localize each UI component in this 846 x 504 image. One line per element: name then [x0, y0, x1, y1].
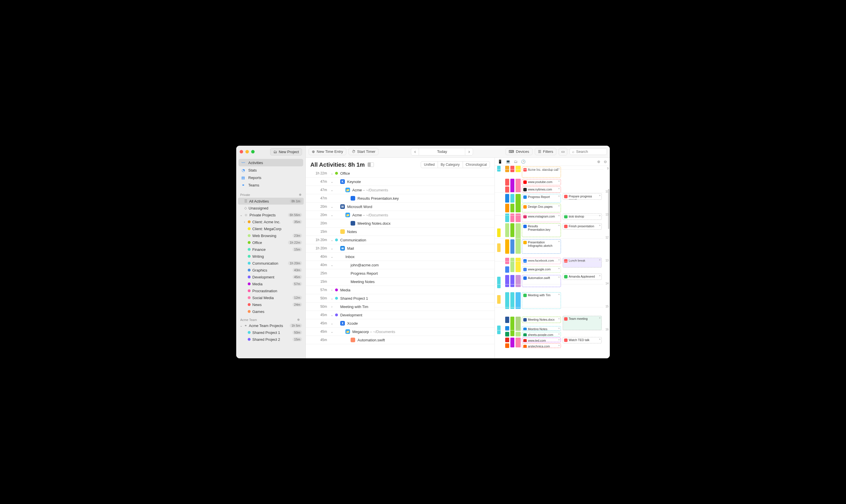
card-add-icon[interactable]: +: [599, 214, 600, 217]
sidebar-item[interactable]: Games: [238, 308, 304, 315]
filters-button[interactable]: ☰Filters: [535, 148, 556, 155]
seg-unified[interactable]: Unified: [421, 161, 437, 168]
timeline-bar[interactable]: [510, 292, 515, 309]
card-add-icon[interactable]: +: [558, 344, 560, 347]
timeline-bar[interactable]: [505, 179, 509, 186]
search-field[interactable]: ⌕: [570, 148, 607, 155]
timeline-bar[interactable]: [516, 179, 521, 193]
timeline-bar[interactable]: [505, 338, 509, 342]
card-add-icon[interactable]: +: [599, 224, 600, 227]
close-icon[interactable]: [240, 150, 243, 154]
timeline-card[interactable]: www.google.com+: [522, 266, 561, 273]
timeline-bar[interactable]: [516, 275, 521, 287]
prev-day-button[interactable]: ‹: [411, 148, 419, 156]
card-add-icon[interactable]: +: [558, 187, 560, 190]
activity-row[interactable]: 45m ⌄ 📁Megacorp – ~/Documents: [306, 328, 494, 336]
card-add-icon[interactable]: +: [558, 267, 560, 270]
timeline-bar[interactable]: [510, 275, 515, 287]
expand-icon[interactable]: ⌄: [329, 313, 335, 317]
activity-row[interactable]: 1h 20m ⌄ ✉Mail: [306, 244, 494, 253]
expand-icon[interactable]: ⌄: [329, 180, 335, 183]
seg-category[interactable]: By Category: [438, 161, 463, 168]
card-add-icon[interactable]: +: [558, 167, 560, 170]
timeline-bar[interactable]: [505, 204, 509, 212]
timeline-bar[interactable]: [505, 332, 509, 337]
timeline-bar[interactable]: [505, 317, 509, 323]
minimize-icon[interactable]: [246, 150, 249, 154]
timeline-bar[interactable]: [510, 204, 515, 212]
timeline-card[interactable]: Automation.swift+: [522, 275, 561, 287]
expand-icon[interactable]: ⌄: [329, 247, 335, 250]
activity-row[interactable]: 47m ⌄ KKeynote: [306, 178, 494, 186]
activity-row[interactable]: 50m ⌄ Shared Project 1: [306, 294, 494, 303]
card-add-icon[interactable]: +: [558, 293, 560, 296]
timeline-bar[interactable]: [510, 338, 515, 347]
timeline-card[interactable]: Design Doc.pages+: [522, 204, 561, 212]
card-add-icon[interactable]: +: [558, 317, 560, 320]
timeline-bar[interactable]: [505, 258, 509, 264]
nav-teams[interactable]: ⚭Teams: [238, 181, 303, 189]
sidebar-item[interactable]: Finance 15m: [238, 246, 304, 253]
timeline-bar[interactable]: [497, 229, 501, 237]
timeline-card[interactable]: www.instagram.com+: [522, 214, 561, 222]
activity-row[interactable]: 25m Progress Report: [306, 269, 494, 277]
activity-list[interactable]: 1h 22m ⌄ Office47m ⌄ KKeynote47m ⌄ 📁Acme…: [306, 169, 494, 358]
activity-row[interactable]: 45m Automation.swift: [306, 336, 494, 344]
sidebar-item[interactable]: Development 45m: [238, 273, 304, 281]
expand-icon[interactable]: ⌄: [329, 322, 335, 325]
timeline-card[interactable]: Progress Report+: [522, 194, 561, 202]
activity-row[interactable]: 15m Notes: [306, 228, 494, 236]
activity-row[interactable]: 1h 22m ⌄ Office: [306, 169, 494, 178]
activity-row[interactable]: 1h 20m ⌄ Communication: [306, 236, 494, 244]
card-add-icon[interactable]: +: [599, 194, 600, 197]
expand-icon[interactable]: ⌄: [329, 205, 335, 208]
sidebar-item[interactable]: Client: MegaCorp: [238, 225, 304, 232]
activity-row[interactable]: 45m ⌄ Development: [306, 311, 494, 319]
timeline-bar[interactable]: [510, 179, 515, 193]
expand-icon[interactable]: ⌄: [329, 297, 335, 300]
activity-row[interactable]: 45m ⌄ XXcode: [306, 319, 494, 328]
nav-stats[interactable]: ◔Stats: [238, 166, 303, 174]
add-icon[interactable]: ⊕: [297, 318, 300, 322]
sidebar-item[interactable]: Office 1h 22m: [238, 239, 304, 246]
sidebar-item[interactable]: Graphics 43m: [238, 267, 304, 273]
sidebar-unassigned[interactable]: ◇ Unassigned: [238, 204, 304, 212]
timeline-event-card[interactable]: Watch TED talk+: [563, 337, 602, 343]
timeline-bar[interactable]: [510, 239, 515, 254]
timeline-card[interactable]: arstechnica.com+: [522, 343, 561, 348]
expand-icon[interactable]: ›: [329, 288, 335, 292]
expand-icon[interactable]: ›: [329, 305, 335, 308]
activity-row[interactable]: 20m ⌄ 📁Acme – ~/Documents: [306, 211, 494, 219]
folder-icon[interactable]: 🗂: [514, 160, 518, 164]
timeline-bar[interactable]: [510, 194, 515, 202]
timeline-bar[interactable]: [505, 214, 509, 222]
expand-icon[interactable]: ⌄: [329, 238, 335, 242]
timeline-event-card[interactable]: Bob Bishop+: [563, 214, 602, 220]
timeline-bar[interactable]: [505, 343, 509, 348]
expand-icon[interactable]: ⌄: [329, 214, 335, 217]
timeline-bar[interactable]: [505, 166, 509, 172]
sidebar-item[interactable]: › Client: Acme Inc. 35m: [238, 218, 304, 225]
card-add-icon[interactable]: +: [558, 214, 560, 217]
activity-row[interactable]: 57m › Media: [306, 286, 494, 294]
timeline-bar[interactable]: [516, 292, 521, 309]
timeline-card[interactable]: www.nytimes.com+: [522, 186, 561, 193]
devices-button[interactable]: ⌨Devices: [505, 148, 532, 155]
sidebar-shared-2[interactable]: Shared Project 2 15m: [238, 336, 304, 343]
card-add-icon[interactable]: +: [558, 195, 560, 198]
timeline-card[interactable]: Presentation Infographic.sketch+: [522, 239, 561, 254]
activity-row[interactable]: 47m Results Presentation.key: [306, 194, 494, 202]
expand-icon[interactable]: ⌄: [329, 172, 335, 175]
card-add-icon[interactable]: +: [599, 317, 600, 320]
timeline-bar[interactable]: [516, 166, 521, 172]
phone-icon[interactable]: 📱: [498, 160, 502, 164]
new-project-button[interactable]: 🗂 New Project: [270, 148, 302, 156]
timeline-card[interactable]: Meeting Notes.docx+: [522, 317, 561, 323]
timeline-card[interactable]: www.ted.com+: [522, 338, 561, 342]
card-add-icon[interactable]: +: [558, 180, 560, 183]
sidebar-item[interactable]: Communication 1h 20m: [238, 260, 304, 267]
timeline-bar[interactable]: [516, 214, 521, 222]
zoom-icon[interactable]: [251, 150, 255, 154]
timeline-bar[interactable]: [510, 317, 515, 336]
zoom-out-icon[interactable]: ⊖: [604, 160, 607, 164]
